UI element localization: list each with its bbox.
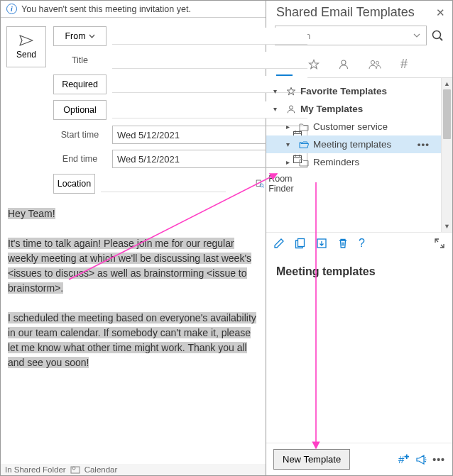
end-time-label: End time xyxy=(53,154,107,164)
pane-title: Shared Email Templates xyxy=(276,5,415,20)
scroll-thumb[interactable] xyxy=(443,89,451,139)
optional-label: Optional xyxy=(63,105,97,115)
scroll-down-icon[interactable]: ▼ xyxy=(442,221,452,232)
delete-icon[interactable] xyxy=(337,238,349,249)
hashtag-icon[interactable]: #✚ xyxy=(398,453,410,465)
tree-meeting-templates-label: Meeting templates xyxy=(313,139,391,150)
tab-personal[interactable] xyxy=(335,55,352,76)
meeting-form: Send From Title Required xyxy=(1,18,266,199)
star-icon xyxy=(286,87,296,96)
more-menu-icon[interactable]: ••• xyxy=(417,139,430,150)
status-folder: In Shared Folder xyxy=(5,465,66,474)
close-button[interactable]: ✕ xyxy=(436,6,445,19)
chevron-down-icon: ▾ xyxy=(286,140,295,148)
help-icon[interactable]: ? xyxy=(359,237,365,250)
body-p2: It's time to talk again! Please join me … xyxy=(8,238,251,294)
chevron-right-icon: ▸ xyxy=(286,158,295,166)
tab-favorites[interactable] xyxy=(305,55,322,76)
svg-point-17 xyxy=(376,61,378,64)
chevron-down-icon xyxy=(89,34,95,38)
search-icon[interactable] xyxy=(431,29,444,42)
end-time-value: Wed 5/12/2021 xyxy=(117,154,180,165)
send-icon xyxy=(19,35,33,46)
svg-point-9 xyxy=(260,184,263,187)
folder-icon xyxy=(299,158,309,167)
tree-customer-service-label: Customer service xyxy=(313,121,388,132)
svg-point-16 xyxy=(371,60,374,64)
send-label: Send xyxy=(16,50,36,60)
svg-rect-19 xyxy=(298,238,305,246)
tree-meeting-templates[interactable]: ▾ Meeting templates ••• xyxy=(266,135,441,153)
selected-folder-heading: Meeting templates xyxy=(266,254,452,289)
tree-my-templates-label: My Templates xyxy=(300,104,363,114)
chevron-down-icon: ▾ xyxy=(273,105,282,113)
start-time-value: Wed 5/12/2021 xyxy=(117,130,180,140)
title-label: Title xyxy=(53,55,107,65)
tree-my-templates[interactable]: ▾ My Templates xyxy=(266,100,441,118)
person-icon xyxy=(286,104,296,114)
new-template-label: New Template xyxy=(283,454,341,465)
import-icon[interactable] xyxy=(316,238,327,249)
body-p3: I scheduled the meeting based on everyon… xyxy=(8,312,256,368)
location-input[interactable] xyxy=(101,175,226,192)
from-input[interactable] xyxy=(112,28,307,45)
tree-reminders-label: Reminders xyxy=(313,157,359,167)
new-template-button[interactable]: New Template xyxy=(273,449,350,470)
required-button[interactable]: Required xyxy=(53,74,107,94)
tree-reminders[interactable]: ▸ Reminders xyxy=(266,153,441,171)
expand-icon[interactable] xyxy=(434,238,445,249)
optional-button[interactable]: Optional xyxy=(53,100,107,120)
folder-open-icon xyxy=(299,140,309,149)
message-body[interactable]: Hey Team! It's time to talk again! Pleas… xyxy=(1,199,266,475)
star-icon xyxy=(308,59,320,70)
copy-icon[interactable] xyxy=(295,238,306,249)
more-icon[interactable]: ••• xyxy=(432,454,445,465)
svg-line-10 xyxy=(263,187,263,187)
template-tree: ▾ Favorite Templates ▾ My Templates ▸ Cu… xyxy=(266,78,441,232)
template-actions: ? xyxy=(266,232,452,254)
tree-favorites-label: Favorite Templates xyxy=(300,86,387,96)
from-label: From xyxy=(65,31,85,41)
title-input[interactable] xyxy=(112,52,307,69)
location-button[interactable]: Location xyxy=(53,174,95,194)
tab-tags[interactable]: # xyxy=(398,52,410,77)
templates-list-empty xyxy=(266,289,452,443)
chevron-down-icon xyxy=(413,33,420,38)
svg-point-12 xyxy=(72,467,75,470)
tree-customer-service[interactable]: ▸ Customer service xyxy=(266,118,441,135)
info-bar: i You haven't sent this meeting invitati… xyxy=(1,1,266,18)
folder-icon xyxy=(299,123,309,131)
svg-point-18 xyxy=(290,106,293,109)
tree-scrollbar[interactable]: ▲ ▼ xyxy=(441,78,452,232)
svg-line-14 xyxy=(440,38,442,40)
chevron-right-icon: ▸ xyxy=(286,123,295,131)
person-icon xyxy=(338,59,349,70)
people-icon xyxy=(368,59,382,70)
start-time-label: Start time xyxy=(53,130,107,140)
outlook-meeting-pane: i You haven't sent this meeting invitati… xyxy=(1,1,266,475)
chevron-down-icon: ▾ xyxy=(273,87,282,95)
bottom-bar: New Template #✚ ••• xyxy=(266,443,452,475)
location-label: Location xyxy=(58,179,91,189)
tab-team[interactable] xyxy=(365,55,385,76)
svg-point-13 xyxy=(433,31,441,39)
scroll-up-icon[interactable]: ▲ xyxy=(442,78,452,89)
required-label: Required xyxy=(62,79,98,89)
tree-favorites[interactable]: ▾ Favorite Templates xyxy=(266,82,441,100)
info-icon: i xyxy=(6,4,17,14)
info-text: You haven't sent this meeting invitation… xyxy=(21,4,191,14)
status-calendar: Calendar xyxy=(84,465,118,474)
edit-icon[interactable] xyxy=(273,238,285,249)
send-button[interactable]: Send xyxy=(6,26,46,67)
svg-point-15 xyxy=(342,60,346,65)
announce-icon[interactable] xyxy=(415,455,427,465)
calendar-status-icon xyxy=(70,465,80,474)
room-finder-icon xyxy=(256,178,264,189)
from-button[interactable]: From xyxy=(53,26,107,46)
status-bar: In Shared Folder Calendar xyxy=(1,464,266,475)
body-p1: Hey Team! xyxy=(8,208,55,219)
